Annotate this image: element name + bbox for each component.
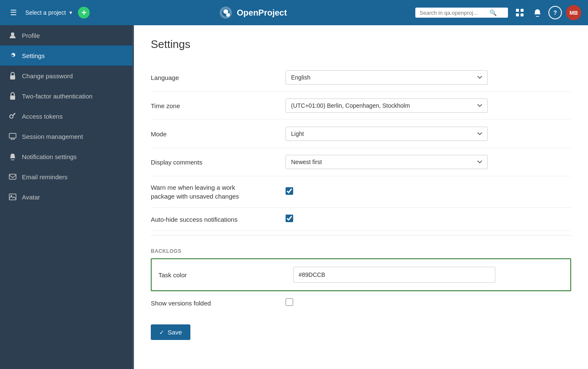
sidebar-item-label: Email reminders [22, 173, 67, 181]
app-logo: OpenProject [95, 5, 410, 20]
top-navigation: ☰ Select a project ▼ + OpenProject 🔍 ? M… [0, 0, 588, 25]
show-versions-checkbox[interactable] [286, 298, 293, 306]
image-icon [8, 193, 17, 201]
language-row: Language English German French Spanish [151, 64, 571, 92]
timezone-select[interactable]: (UTC+01:00) Berlin, Copenhagen, Stockhol… [286, 98, 488, 113]
warn-checkbox[interactable] [286, 187, 293, 195]
sidebar-item-label: Notification settings [22, 153, 77, 160]
lock-icon [8, 92, 17, 100]
sidebar-item-session-management[interactable]: Session management [0, 126, 132, 146]
svg-rect-1 [516, 9, 519, 12]
logo-text: OpenProject [237, 8, 287, 18]
sidebar-item-label: Settings [22, 52, 45, 59]
check-icon: ✓ [159, 329, 164, 336]
lock-icon [8, 72, 17, 80]
sidebar-item-label: Access tokens [22, 113, 63, 120]
section-divider [151, 235, 571, 236]
svg-rect-9 [9, 133, 16, 138]
help-icon-button[interactable]: ? [548, 6, 562, 19]
backlogs-heading: BACKLOGS [151, 240, 571, 258]
autohide-control [286, 215, 488, 224]
search-icon: 🔍 [489, 9, 497, 16]
svg-point-0 [226, 13, 230, 17]
display-comments-select[interactable]: Newest first Oldest first [286, 155, 488, 169]
save-label: Save [168, 329, 182, 336]
svg-rect-7 [10, 96, 15, 100]
show-versions-row: Show versions folded [151, 291, 571, 314]
display-comments-control: Newest first Oldest first [286, 155, 488, 169]
sidebar-item-change-password[interactable]: Change password [0, 66, 132, 86]
svg-rect-2 [521, 9, 524, 12]
autohide-row: Auto-hide success notifications [151, 208, 571, 231]
sidebar-item-label: Session management [22, 133, 83, 140]
sidebar-item-profile[interactable]: Profile [0, 25, 132, 45]
hamburger-icon[interactable]: ☰ [7, 6, 20, 19]
sidebar-item-settings[interactable]: Settings [0, 45, 132, 66]
show-versions-label: Show versions folded [151, 300, 277, 307]
warn-row: Warn me when leaving a workpackage with … [151, 176, 571, 208]
search-bar[interactable]: 🔍 [415, 8, 508, 18]
project-selector-label: Select a project [25, 9, 66, 16]
bell-icon-button[interactable] [531, 6, 544, 19]
project-selector[interactable]: Select a project ▼ [25, 9, 73, 16]
language-select[interactable]: English German French Spanish [286, 70, 488, 85]
timezone-control: (UTC+01:00) Berlin, Copenhagen, Stockhol… [286, 98, 488, 113]
email-icon [8, 173, 17, 181]
sidebar-item-two-factor[interactable]: Two-factor authentication [0, 86, 132, 106]
sidebar-item-label: Avatar [22, 194, 40, 201]
mode-select[interactable]: Light Dark System [286, 127, 488, 141]
display-comments-row: Display comments Newest first Oldest fir… [151, 148, 571, 176]
sidebar-item-email-reminders[interactable]: Email reminders [0, 167, 132, 187]
language-label: Language [151, 74, 277, 81]
task-color-input[interactable] [293, 267, 495, 283]
timezone-row: Time zone (UTC+01:00) Berlin, Copenhagen… [151, 92, 571, 120]
svg-rect-3 [516, 13, 519, 16]
sidebar-item-label: Profile [22, 32, 40, 39]
add-project-button[interactable]: + [78, 7, 90, 19]
mode-row: Mode Light Dark System [151, 120, 571, 148]
svg-rect-6 [10, 75, 15, 80]
svg-rect-4 [521, 13, 524, 16]
sidebar-item-label: Two-factor authentication [22, 93, 93, 100]
svg-rect-11 [9, 194, 16, 200]
mode-label: Mode [151, 130, 277, 138]
timezone-label: Time zone [151, 102, 277, 109]
display-comments-label: Display comments [151, 159, 277, 166]
sidebar: Profile Settings Change password Two-fac… [0, 25, 132, 369]
main-content: Settings Language English German French … [134, 25, 588, 369]
backlogs-section: Task color [151, 258, 571, 291]
warn-control [286, 187, 488, 196]
avatar[interactable]: MB [566, 5, 581, 20]
sidebar-item-label: Change password [22, 72, 73, 80]
page-title: Settings [151, 38, 571, 51]
gear-icon [8, 51, 17, 60]
warn-label: Warn me when leaving a workpackage with … [151, 183, 277, 201]
show-versions-control [286, 298, 488, 308]
task-color-row: Task color [152, 259, 570, 290]
key-icon [8, 112, 17, 120]
autohide-checkbox[interactable] [286, 215, 293, 222]
chevron-down-icon: ▼ [69, 10, 73, 15]
sidebar-item-notification-settings[interactable]: Notification settings [0, 146, 132, 167]
language-control: English German French Spanish [286, 70, 488, 85]
layout: Profile Settings Change password Two-fac… [0, 25, 588, 369]
sidebar-item-access-tokens[interactable]: Access tokens [0, 106, 132, 126]
monitor-icon [8, 132, 17, 141]
search-input[interactable] [420, 10, 487, 16]
nav-icons: ? MB [513, 5, 581, 20]
sidebar-item-avatar[interactable]: Avatar [0, 187, 132, 207]
svg-point-5 [11, 32, 14, 36]
logo-icon [218, 5, 233, 20]
svg-rect-10 [9, 174, 16, 179]
save-button[interactable]: ✓ Save [151, 324, 190, 340]
autohide-label: Auto-hide success notifications [151, 216, 277, 223]
task-color-label: Task color [158, 271, 285, 279]
mode-control: Light Dark System [286, 127, 488, 141]
user-icon [8, 31, 17, 40]
grid-icon-button[interactable] [513, 6, 527, 19]
bell-icon [8, 152, 17, 161]
